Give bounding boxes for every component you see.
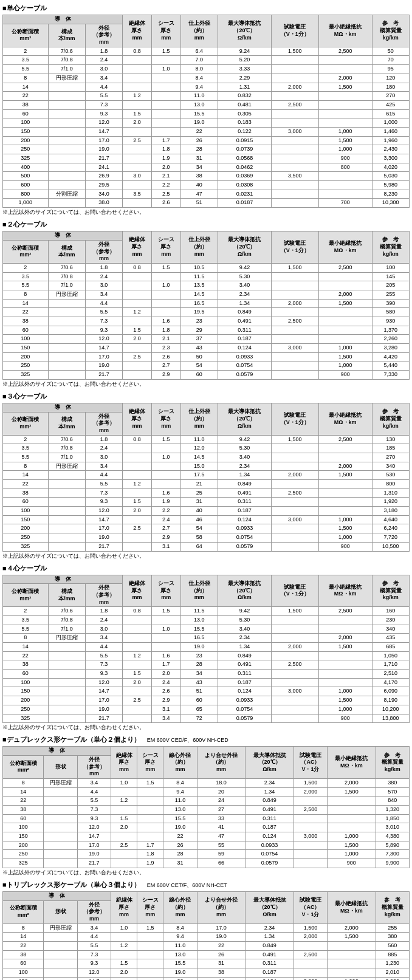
- resist-cell: 0.491: [218, 488, 271, 498]
- resist-cell: 9.42: [218, 263, 271, 272]
- cross-section-subheader: 公称断面積mm²: [3, 240, 49, 263]
- cross-section-cell: 250: [3, 705, 49, 714]
- table-row: 325 21.7 1.9 31 66 0.0579 900 9,900: [3, 859, 410, 868]
- resist-cell: 3.40: [218, 453, 271, 462]
- cross-section-cell: 100: [3, 678, 49, 687]
- cross-section-cell: 22: [3, 308, 49, 317]
- test-v-cell: [294, 859, 327, 868]
- cross-section-cell: 60: [3, 814, 44, 823]
- resist-cell: 0.187: [218, 507, 271, 516]
- composition-cell: [48, 92, 85, 101]
- min-insul-cell: [328, 797, 376, 806]
- section-note: ※上記以外のサイズについては、お問い合わせください。: [2, 209, 410, 216]
- outer-val-cell: 43: [180, 678, 218, 687]
- test-v-cell: [271, 326, 318, 335]
- resist-cell: 0.311: [245, 959, 294, 968]
- test-v-cell: 2,500: [271, 488, 318, 498]
- table-row: 5.5 7/1.0 3.0 1.0 13.5 3.40 205: [3, 281, 410, 290]
- min-insul-cell: [328, 941, 376, 950]
- min-insul-cell: [318, 118, 372, 128]
- resist-cell: 0.124: [245, 977, 294, 980]
- core-outer-cell: 13.0: [163, 806, 197, 815]
- min-insul-cell: 900: [318, 154, 372, 163]
- max-resist-header: 最大導体抵抗（20℃）Ω/km: [245, 891, 294, 923]
- cross-section-cell: 325: [3, 371, 49, 380]
- sheath-thick-cell: [137, 787, 163, 797]
- composition-cell: [48, 362, 85, 371]
- insul-thick-cell: [123, 290, 152, 299]
- outer-dia-cell: 19.0: [85, 362, 122, 371]
- composition-subheader: 構成本/mm: [48, 240, 85, 263]
- weight-cell: 2,920: [376, 977, 409, 980]
- insul-thick-cell: [123, 660, 152, 670]
- outer-val-cell: 8.4: [180, 74, 218, 83]
- resist-cell: 0.0739: [218, 145, 271, 154]
- test-v-cell: 1,500: [271, 47, 318, 56]
- sheath-thick-cell: [151, 56, 180, 65]
- form-cell: [44, 797, 77, 806]
- min-insul-cell: [318, 615, 372, 625]
- table-row: 100 12.0 2.0 2.2 40 0.187 3,180: [3, 507, 410, 516]
- table-row: 400 24.1 2.0 34 0.0462 800 4,020: [3, 163, 410, 172]
- outer-dia-cell: 21.7: [85, 714, 122, 723]
- table-row: 100 12.0 2.0 19.0 38 0.187 2,010: [3, 968, 410, 978]
- outer-dia-subheader: 外径（参考）mm: [77, 900, 111, 923]
- min-insul-cell: [318, 651, 372, 660]
- section-note: ※上記以外のサイズについては、お問い合わせください。: [2, 724, 410, 732]
- cross-section-cell: 60: [3, 959, 44, 968]
- insul-thick-cell: [123, 299, 152, 308]
- resist-cell: 3.40: [218, 281, 271, 290]
- insul-thick-cell: 2.0: [111, 823, 137, 832]
- test-v-cell: 2,500: [271, 660, 318, 670]
- resist-cell: 0.0579: [245, 859, 294, 868]
- resist-cell: 1.34: [245, 787, 294, 797]
- min-insul-cell: [318, 308, 372, 317]
- composition-cell: 7/0.8: [48, 444, 85, 453]
- resist-cell: 0.832: [218, 92, 271, 101]
- composition-cell: [48, 643, 85, 652]
- outer-dia-cell: 3.4: [77, 778, 111, 787]
- composition-cell: [48, 127, 85, 136]
- resist-cell: 0.124: [218, 515, 271, 524]
- sheath-thick-cell: 3.1: [151, 705, 180, 714]
- cross-section-subheader: 公称断面積mm²: [3, 584, 49, 607]
- max-resist-header: 最大導体抵抗（20℃）Ω/km: [218, 575, 271, 607]
- table-row: 2 7/0.6 1.8 0.8 1.5 11.5 9.42 1,500 2,50…: [3, 607, 410, 616]
- table-row: 60 9.3 1.5 2.0 34 0.311 2,510: [3, 670, 410, 679]
- weight-cell: 270: [372, 92, 409, 101]
- insul-thick-cell: [123, 687, 152, 696]
- cross-section-cell: 2: [3, 435, 49, 444]
- min-insul-cell: 1,500: [318, 696, 372, 705]
- test-v-cell: [271, 507, 318, 516]
- sheath-thick-cell: [137, 959, 163, 968]
- test-v-cell: [271, 533, 318, 543]
- cross-section-cell: 250: [3, 362, 49, 371]
- section-title: ■４心ケーブル: [2, 564, 410, 573]
- outer-val-cell: 34: [180, 670, 218, 679]
- sheath-thick-cell: 2.6: [151, 687, 180, 696]
- composition-cell: [48, 352, 85, 362]
- test-v-cell: [271, 714, 318, 723]
- test-v-cell: 3,000: [294, 832, 327, 841]
- test-v-cell: [271, 371, 318, 380]
- resist-cell: 0.0933: [218, 696, 271, 705]
- weight-cell: 1,050: [372, 651, 409, 660]
- table-row: 22 5.5 1.2 1.6 23 0.849 1,050: [3, 651, 410, 660]
- weight-cell: 2,510: [372, 670, 409, 679]
- cross-section-cell: 2: [3, 607, 49, 616]
- table-row: 14 4.4 17.5 1.34 2,000 1,500 530: [3, 471, 410, 480]
- outer-dia-cell: 7.3: [85, 488, 122, 498]
- sheath-thick-header: シース厚さmm: [151, 403, 180, 435]
- outer-dia-cell: 3.0: [85, 625, 122, 634]
- form-cell: [44, 850, 77, 859]
- sheath-thick-cell: [137, 832, 163, 841]
- table-row: 22 5.5 1.2 19.5 0.849 580: [3, 308, 410, 317]
- resist-cell: 0.0754: [218, 362, 271, 371]
- sheath-thick-header: シース厚さmm: [151, 231, 180, 264]
- weight-cell: 1,710: [372, 660, 409, 670]
- outer-dia-header: 仕上外径（約）mm: [180, 575, 218, 607]
- min-insul-cell: 1,000: [328, 850, 376, 859]
- sheath-thick-cell: 2.3: [151, 344, 180, 353]
- outer-dia-cell: 14.7: [85, 687, 122, 696]
- core-outer-cell: 9.4: [163, 933, 197, 942]
